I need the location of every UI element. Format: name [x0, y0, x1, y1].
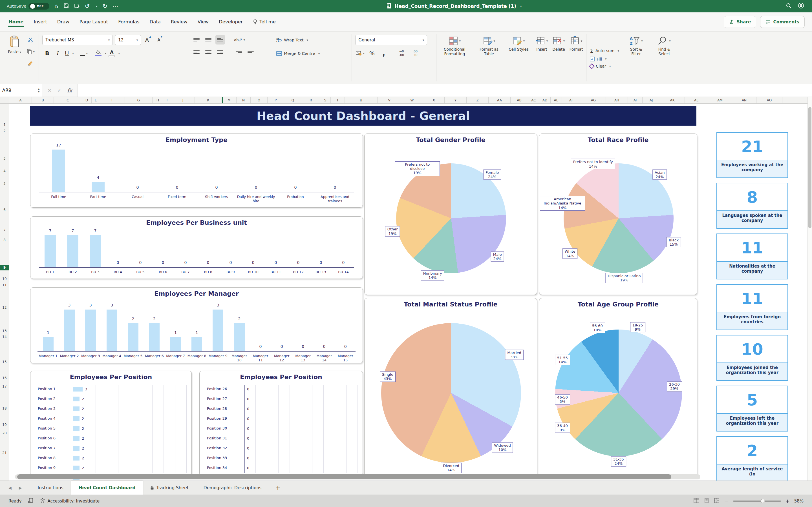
autosave-control[interactable]: AutoSave OFF	[7, 3, 49, 10]
number-format-select[interactable]: General▾	[355, 35, 427, 45]
column-header-ao[interactable]: AO	[756, 97, 782, 103]
vertical-scrollbar-thumb[interactable]	[808, 107, 811, 228]
chart-total-marital-status-profile-7[interactable]: Total Marital Status ProfileMarried33%Wi…	[364, 298, 537, 477]
orientation-button[interactable]: ab ▾	[234, 35, 245, 45]
ribbon-tab-formulas[interactable]: Formulas	[114, 16, 143, 27]
kpi-card-average-length-of-service-in[interactable]: 2Average length of service (in	[716, 436, 788, 481]
decrease-decimal-button[interactable]: .00→0	[409, 48, 421, 58]
account-avatar-icon[interactable]	[798, 3, 804, 10]
chart-total-age-group-profile-8[interactable]: Total Age Group Profile18-259%26-3029%31…	[539, 298, 697, 477]
underline-button[interactable]: U▾	[63, 48, 74, 58]
more-commands-icon[interactable]: ⋯	[112, 3, 118, 9]
align-middle-button[interactable]	[204, 35, 213, 45]
column-header-ak[interactable]: AK	[660, 97, 685, 103]
align-bottom-button[interactable]	[215, 35, 225, 45]
name-box-spinner[interactable]: ▲▼	[38, 88, 40, 93]
paste-button[interactable]: Paste▾	[6, 35, 23, 81]
column-header-ac[interactable]: AC	[528, 97, 539, 103]
chart-employees-per-business-unit-1[interactable]: Employees Per Business unit7BU 17BU 27BU…	[30, 216, 363, 279]
increase-font-size-button[interactable]: A▲	[143, 35, 153, 45]
align-left-button[interactable]	[192, 48, 201, 57]
column-header-n[interactable]: N	[237, 97, 251, 103]
increase-decimal-button[interactable]: ←0.00	[396, 48, 407, 58]
comma-style-button[interactable]: ,	[379, 48, 389, 58]
share-button[interactable]: Share	[724, 16, 756, 28]
column-header-a[interactable]: A	[9, 97, 32, 103]
row-header-16[interactable]: 16	[0, 375, 9, 381]
merge-centre-button[interactable]: Merge & Centre▾	[276, 48, 348, 59]
bold-button[interactable]: B	[42, 48, 52, 58]
find-select-button[interactable]: ▾ Find & Select	[653, 35, 675, 81]
vertical-scrollbar-track[interactable]	[808, 97, 812, 481]
ribbon-tab-tell-me[interactable]: Tell me	[249, 16, 280, 27]
column-header-af[interactable]: AF	[562, 97, 581, 103]
normal-view-icon[interactable]	[694, 498, 699, 504]
zoom-out-icon[interactable]: −	[724, 498, 728, 504]
zoom-slider-thumb[interactable]	[761, 499, 765, 503]
column-header-i[interactable]: I	[163, 97, 171, 103]
column-header-f[interactable]: F	[100, 97, 125, 103]
column-header-o[interactable]: O	[251, 97, 267, 103]
sort-filter-button[interactable]: AZ▾ Sort & Filter	[625, 35, 647, 81]
column-header-s[interactable]: S	[320, 97, 331, 103]
sheet-tab-demographic-descriptions[interactable]: Demographic Descriptions	[196, 481, 269, 495]
row-header-21[interactable]: 21	[0, 450, 9, 456]
comments-button[interactable]: Comments	[760, 16, 805, 28]
row-header-13[interactable]: 13	[0, 328, 9, 334]
row-header-11[interactable]: 11	[0, 282, 9, 288]
italic-button[interactable]: I	[52, 48, 62, 58]
zoom-in-icon[interactable]: +	[785, 498, 790, 504]
column-header-ag[interactable]: AG	[581, 97, 606, 103]
wrap-text-button[interactable]: abc Wrap Text▾	[276, 35, 348, 45]
align-right-button[interactable]	[215, 48, 225, 57]
ribbon-tab-view[interactable]: View	[194, 16, 213, 27]
row-header-14[interactable]: 14	[0, 334, 9, 340]
autosum-button[interactable]: Σ Auto-sum▾	[590, 47, 619, 54]
chart-total-race-profile-6[interactable]: Total Race ProfileAsian24%Black15%Hispan…	[539, 133, 697, 295]
accounting-format-button[interactable]: ▾	[355, 48, 365, 58]
save-as-icon[interactable]	[74, 3, 80, 10]
chart-employees-per-manager-2[interactable]: Employees Per Manager1Manager 13Manager …	[30, 287, 363, 363]
chart-employees-per-position-4[interactable]: Employees Per PositionPosition 260Positi…	[199, 371, 363, 476]
increase-indent-button[interactable]	[246, 48, 255, 57]
column-header-al[interactable]: AL	[685, 97, 708, 103]
row-header-17[interactable]: 17	[0, 384, 9, 389]
column-header-t[interactable]: T	[331, 97, 345, 103]
column-header-b[interactable]: B	[32, 97, 54, 103]
ribbon-tab-page-layout[interactable]: Page Layout	[75, 16, 112, 27]
insert-cells-button[interactable]: ▾ Insert	[536, 35, 548, 81]
align-center-button[interactable]	[204, 48, 213, 57]
column-header-ab[interactable]: AB	[511, 97, 528, 103]
row-header-1[interactable]: 1	[0, 122, 9, 128]
decrease-font-size-button[interactable]: A▼	[155, 35, 165, 45]
column-header-ah[interactable]: AH	[606, 97, 628, 103]
document-menu-chevron-icon[interactable]: ▾	[520, 5, 522, 8]
column-header-am[interactable]: AM	[708, 97, 732, 103]
row-header-6[interactable]: 6	[0, 207, 9, 213]
kpi-card-employees-left-the-organization-this-year[interactable]: 5Employees left the organization this ye…	[716, 386, 788, 432]
column-header-k[interactable]: K	[195, 97, 222, 103]
column-header-p[interactable]: P	[267, 97, 284, 103]
fill-color-button[interactable]	[94, 48, 103, 58]
select-all-corner[interactable]	[0, 97, 9, 104]
ribbon-tab-draw[interactable]: Draw	[53, 16, 73, 27]
formula-input[interactable]	[78, 84, 812, 97]
column-header-aa[interactable]: AA	[489, 97, 511, 103]
cancel-entry-icon[interactable]: ✕	[47, 87, 52, 93]
borders-button[interactable]: ▾	[79, 48, 89, 58]
percent-style-button[interactable]: %	[367, 48, 377, 58]
format-painter-button[interactable]	[26, 59, 35, 68]
column-header-w[interactable]: W	[401, 97, 423, 103]
column-header-ai[interactable]: AI	[628, 97, 643, 103]
fill-button[interactable]: Fill▾	[590, 57, 619, 61]
column-header-j[interactable]: J	[171, 97, 195, 103]
column-header-aj[interactable]: AJ	[643, 97, 660, 103]
column-header-r[interactable]: R	[302, 97, 320, 103]
sheet-nav-right-icon[interactable]: ▶	[19, 486, 22, 490]
sheet-tab-instructions[interactable]: Instructions	[31, 481, 71, 495]
row-header-10[interactable]: 10	[0, 276, 9, 282]
row-header-9[interactable]: 9	[0, 265, 9, 270]
column-header-h[interactable]: H	[153, 97, 163, 103]
horizontal-scrollbar-thumb[interactable]	[17, 474, 671, 480]
kpi-card-employees-working-at-the-company[interactable]: 21Employees working at the company	[716, 132, 788, 178]
